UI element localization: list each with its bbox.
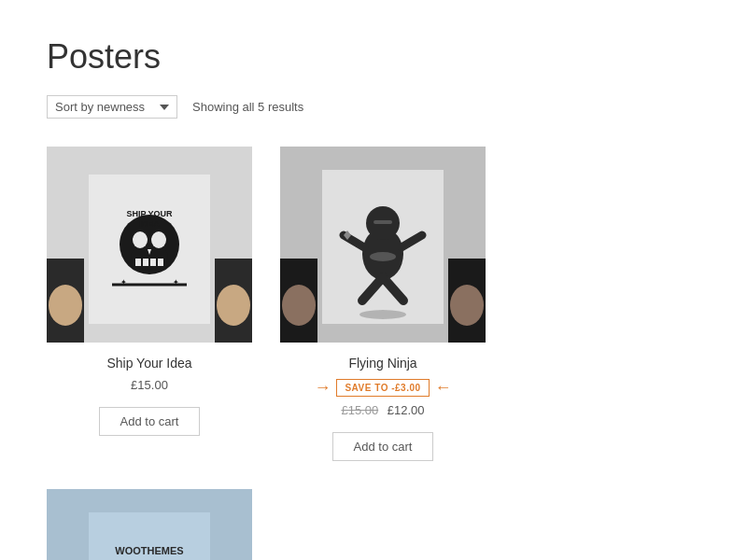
save-badge-row-flying-ninja: → SAVE TO -£3.00 ← (314, 378, 451, 398)
arrow-left-icon-ninja: → (314, 378, 331, 398)
svg-rect-11 (135, 259, 141, 266)
product-name-ship-your-idea: Ship Your Idea (106, 356, 191, 371)
page-title: Posters (47, 37, 700, 77)
svg-point-24 (450, 285, 484, 326)
products-grid: SHIP YOUR IDEA ✦ ✦ Ship Your Idea £15.00… (47, 147, 700, 560)
svg-point-23 (282, 285, 316, 326)
product-price-ship-your-idea: £15.00 (131, 378, 168, 392)
svg-text:IDEA: IDEA (139, 219, 160, 229)
product-price-flying-ninja: £15.00 £12.00 (341, 403, 424, 417)
poster-skull-svg: SHIP YOUR IDEA ✦ ✦ (47, 147, 252, 343)
product-card-premium-quality: WOOTHEMES AWESOME THEME COMPANY WOOCOMME… (47, 489, 252, 560)
product-image-ship-your-idea: SHIP YOUR IDEA ✦ ✦ (47, 147, 252, 343)
results-count: Showing all 5 results (192, 100, 303, 114)
sale-price-flying-ninja: £12.00 (388, 403, 425, 417)
poster-woothemes-svg: WOOTHEMES AWESOME THEME COMPANY WOOCOMME… (47, 489, 252, 560)
svg-rect-14 (158, 259, 163, 266)
svg-rect-13 (150, 259, 156, 266)
svg-rect-28 (374, 220, 392, 224)
svg-point-3 (49, 285, 82, 326)
svg-text:SHIP YOUR: SHIP YOUR (126, 209, 173, 218)
poster-ninja-svg (280, 147, 486, 343)
product-card-flying-ninja: Flying Ninja → SAVE TO -£3.00 ← £15.00 £… (280, 147, 486, 461)
svg-rect-12 (143, 259, 148, 266)
svg-point-9 (151, 231, 166, 248)
toolbar: Sort by newness Sort by price Sort by po… (47, 95, 700, 119)
arrow-right-icon-ninja: ← (435, 378, 452, 398)
svg-text:✦: ✦ (173, 278, 179, 287)
svg-text:WOOTHEMES: WOOTHEMES (115, 545, 183, 556)
save-badge-flying-ninja: SAVE TO -£3.00 (336, 379, 429, 397)
svg-point-35 (359, 310, 406, 319)
product-card-ship-your-idea: SHIP YOUR IDEA ✦ ✦ Ship Your Idea £15.00… (47, 147, 252, 461)
original-price-flying-ninja: £15.00 (341, 403, 378, 417)
product-image-flying-ninja (280, 147, 486, 343)
sort-select[interactable]: Sort by newness Sort by price Sort by po… (47, 95, 177, 119)
svg-point-8 (133, 231, 148, 248)
add-to-cart-ship-your-idea[interactable]: Add to cart (99, 407, 201, 436)
product-name-flying-ninja: Flying Ninja (348, 356, 416, 371)
add-to-cart-flying-ninja[interactable]: Add to cart (332, 432, 434, 461)
svg-point-29 (370, 252, 396, 261)
svg-text:✦: ✦ (120, 278, 127, 287)
product-image-premium-quality: WOOTHEMES AWESOME THEME COMPANY WOOCOMME… (47, 489, 252, 560)
svg-point-4 (217, 285, 250, 326)
